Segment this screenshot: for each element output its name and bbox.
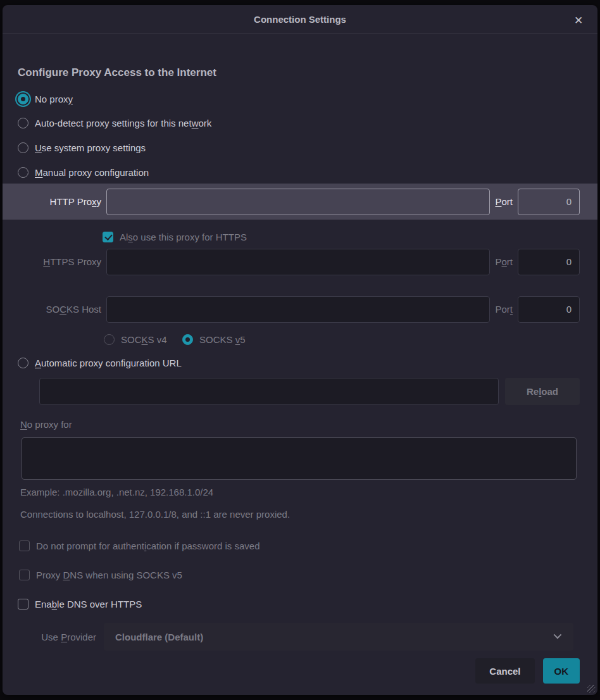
doh-provider-row: Use Provider Cloudflare (Default): [3, 623, 573, 651]
provider-dropdown[interactable]: Cloudflare (Default): [104, 623, 573, 651]
ok-button[interactable]: OK: [543, 658, 580, 684]
page-title: Configure Proxy Access to the Internet: [18, 66, 216, 79]
checkbox-label: Enable DNS over HTTPS: [35, 599, 142, 609]
checkbox-icon[interactable]: [19, 570, 30, 580]
checkbox-label: Proxy DNS when using SOCKS v5: [36, 570, 182, 580]
socks-host-label: SOCKS Host: [18, 304, 101, 315]
radio-label: SOCKS v5: [199, 334, 246, 345]
radio-icon[interactable]: [18, 94, 28, 104]
radio-label: Automatic proxy configuration URL: [35, 358, 182, 368]
checkbox-label: Do not prompt for authentication if pass…: [36, 541, 260, 551]
chevron-down-icon: [554, 631, 562, 639]
radio-icon[interactable]: [18, 142, 28, 153]
auto-config-url-row: Reload: [39, 378, 580, 405]
radio-label: SOCKS v4: [121, 334, 167, 345]
dialog-footer: Cancel OK: [475, 658, 580, 684]
socks-port-label: Port: [495, 304, 513, 315]
radio-icon[interactable]: [18, 118, 28, 128]
radio-icon[interactable]: [18, 167, 28, 178]
no-proxy-for-label: No proxy for: [20, 419, 72, 430]
checkbox-icon[interactable]: [18, 599, 28, 609]
close-icon[interactable]: ✕: [571, 13, 586, 28]
use-provider-label: Use Provider: [3, 632, 104, 642]
radio-auto-detect[interactable]: Auto-detect proxy settings for this netw…: [18, 115, 211, 130]
https-proxy-label: HTTPS Proxy: [18, 256, 101, 267]
radio-manual-proxy[interactable]: Manual proxy configuration: [18, 165, 149, 180]
http-proxy-label: HTTP Proxy: [18, 196, 101, 207]
http-proxy-row: HTTP Proxy Port: [3, 184, 597, 220]
no-prompt-auth-checkbox-row[interactable]: Do not prompt for authentication if pass…: [19, 538, 260, 553]
checkbox-label: Also use this proxy for HTTPS: [120, 232, 247, 242]
https-port-label: Port: [495, 256, 513, 267]
radio-socks-v5[interactable]: SOCKS v5: [182, 332, 246, 347]
radio-icon[interactable]: [18, 358, 28, 368]
no-proxy-example-text: Example: .mozilla.org, .net.nz, 192.168.…: [20, 487, 213, 497]
radio-icon[interactable]: [182, 334, 193, 345]
checkbox-icon[interactable]: [103, 232, 113, 242]
radio-auto-config-url[interactable]: Automatic proxy configuration URL: [18, 355, 182, 370]
https-proxy-input[interactable]: [106, 249, 490, 275]
enable-doh-checkbox-row[interactable]: Enable DNS over HTTPS: [18, 596, 142, 611]
radio-no-proxy[interactable]: No proxy: [18, 91, 73, 106]
reload-button[interactable]: Reload: [505, 378, 580, 405]
radio-system-proxy[interactable]: Use system proxy settings: [18, 140, 146, 155]
radio-label: Auto-detect proxy settings for this netw…: [35, 118, 211, 128]
socks-host-input[interactable]: [106, 296, 490, 323]
http-port-label: Port: [495, 196, 513, 207]
radio-label: No proxy: [35, 94, 73, 104]
localhost-note-text: Connections to localhost, 127.0.0.1/8, a…: [20, 509, 290, 520]
http-proxy-input[interactable]: [106, 189, 490, 215]
socks-host-row: SOCKS Host Port: [3, 291, 597, 327]
no-proxy-for-textarea[interactable]: [22, 437, 577, 480]
dialog-title: Connection Settings: [3, 5, 597, 34]
https-proxy-row: HTTPS Proxy Port: [3, 244, 597, 280]
resize-grippy-icon[interactable]: [587, 685, 596, 693]
connection-settings-dialog: Connection Settings ✕ Configure Proxy Ac…: [3, 5, 597, 695]
also-https-checkbox-row[interactable]: Also use this proxy for HTTPS: [103, 229, 247, 244]
http-port-input[interactable]: [518, 189, 580, 215]
radio-label: Manual proxy configuration: [35, 167, 149, 178]
proxy-dns-socks5-checkbox-row[interactable]: Proxy DNS when using SOCKS v5: [19, 567, 182, 582]
cancel-button[interactable]: Cancel: [475, 658, 534, 684]
auto-config-url-input[interactable]: [39, 378, 499, 405]
radio-socks-v4[interactable]: SOCKS v4: [104, 332, 167, 347]
checkbox-icon[interactable]: [19, 541, 30, 551]
https-port-input[interactable]: [518, 249, 580, 275]
provider-selected-value: Cloudflare (Default): [115, 632, 203, 642]
dialog-titlebar: Connection Settings ✕: [3, 5, 597, 34]
radio-icon[interactable]: [104, 334, 115, 345]
radio-label: Use system proxy settings: [35, 142, 146, 153]
socks-port-input[interactable]: [518, 296, 580, 323]
